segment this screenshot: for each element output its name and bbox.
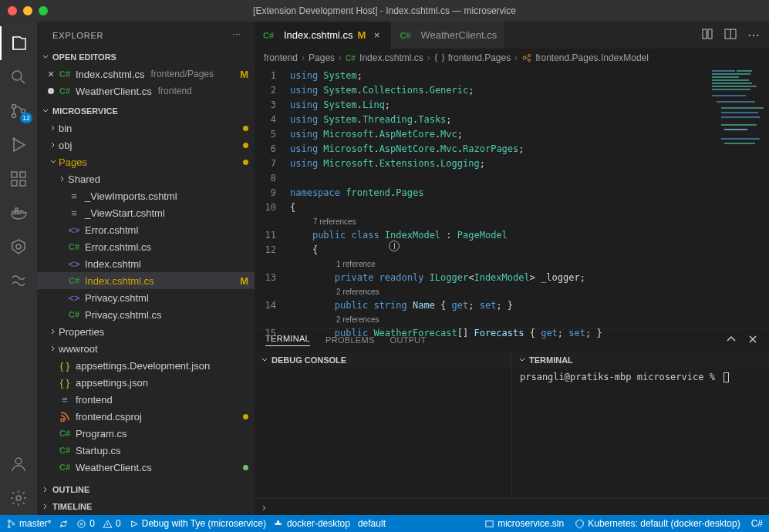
- codelens[interactable]: 2 references: [290, 313, 707, 326]
- code-line[interactable]: using System;: [290, 69, 707, 83]
- editor-tab[interactable]: C#Index.cshtml.csM×: [255, 22, 391, 49]
- modified-dot-icon: [243, 126, 248, 131]
- activity-explorer[interactable]: [0, 26, 37, 60]
- tree-file[interactable]: frontend.csproj: [37, 408, 255, 425]
- code-line[interactable]: {: [290, 243, 707, 258]
- panel-maximize-icon[interactable]: [726, 334, 737, 346]
- status-debug-target[interactable]: Debug with Tye (microservice): [129, 518, 266, 529]
- svg-point-20: [523, 56, 526, 59]
- codelens[interactable]: 1 reference: [290, 258, 707, 271]
- breadcrumb-segment[interactable]: C#Index.cshtml.cs: [346, 52, 423, 63]
- codelens[interactable]: 2 references: [290, 285, 707, 298]
- activity-account[interactable]: [0, 447, 37, 481]
- activity-kubernetes[interactable]: [0, 230, 37, 264]
- tree-file[interactable]: C#Index.cshtml.csM: [37, 272, 255, 289]
- code-line[interactable]: private readonly ILogger<IndexModel> _lo…: [290, 271, 707, 285]
- svg-point-1: [12, 105, 16, 109]
- terminal-header[interactable]: TERMINAL: [512, 352, 769, 369]
- tree-file[interactable]: C#Error.cshtml.cs: [37, 238, 255, 255]
- tree-folder[interactable]: Pages: [37, 153, 255, 170]
- status-context[interactable]: default: [358, 518, 386, 529]
- codelens[interactable]: 7 references: [290, 215, 707, 228]
- tree-file[interactable]: { }appsettings.Development.json: [37, 357, 255, 374]
- debug-console-header[interactable]: DEBUG CONSOLE: [255, 352, 511, 369]
- window-maximize[interactable]: [39, 6, 48, 15]
- chevron-right-icon: [48, 141, 59, 149]
- open-editor-item[interactable]: ×C#Index.cshtml.csfrontend/PagesM: [37, 66, 255, 82]
- tree-file[interactable]: <>Error.cshtml: [37, 221, 255, 238]
- status-docker[interactable]: docker-desktop: [274, 518, 350, 529]
- code-line[interactable]: using Microsoft.Extensions.Logging;: [290, 157, 707, 171]
- tree-file[interactable]: C#WeatherForecast.cs: [37, 476, 255, 481]
- tree-file[interactable]: ≡frontend: [37, 391, 255, 408]
- code-line[interactable]: namespace frontend.Pages: [290, 186, 707, 200]
- activity-settings[interactable]: [0, 481, 37, 515]
- code-editor[interactable]: using System;using System.Collections.Ge…: [290, 67, 707, 328]
- breadcrumb-segment[interactable]: frontend: [264, 52, 298, 63]
- close-tab-icon[interactable]: ×: [370, 29, 383, 41]
- window-close[interactable]: [8, 6, 17, 15]
- more-actions-icon[interactable]: ⋯: [747, 28, 760, 42]
- activity-debug[interactable]: [0, 128, 37, 162]
- activity-extensions[interactable]: [0, 162, 37, 196]
- chevron-down-icon: [261, 356, 268, 364]
- timeline-header[interactable]: TIMELINE: [37, 498, 255, 515]
- breadcrumb-segment[interactable]: frontend.Pages: [434, 52, 511, 63]
- tree-folder[interactable]: obj: [37, 136, 255, 153]
- status-branch[interactable]: master*: [6, 518, 51, 529]
- tree-folder[interactable]: Properties: [37, 323, 255, 340]
- code-line[interactable]: using System.Collections.Generic;: [290, 83, 707, 98]
- tree-file[interactable]: <>Privacy.cshtml: [37, 289, 255, 306]
- csproj-file-icon: [59, 410, 71, 423]
- code-line[interactable]: {: [290, 200, 707, 215]
- tree-file[interactable]: C#WeatherClient.cs: [37, 459, 255, 476]
- editor-tab[interactable]: C#WeatherClient.cs: [391, 22, 505, 49]
- activity-scm[interactable]: 12: [0, 94, 37, 128]
- open-editor-item[interactable]: C#WeatherClient.csfrontend: [37, 82, 255, 99]
- panel-breadcrumb[interactable]: ›: [255, 498, 769, 515]
- code-line[interactable]: using Microsoft.AspNetCore.Mvc;: [290, 127, 707, 142]
- tree-file[interactable]: { }appsettings.json: [37, 374, 255, 391]
- code-line[interactable]: using Microsoft.AspNetCore.Mvc.RazorPage…: [290, 142, 707, 157]
- tree-folder[interactable]: Shared: [37, 170, 255, 187]
- outline-header[interactable]: OUTLINE: [37, 481, 255, 498]
- code-line[interactable]: public class IndexModel : PageModel: [290, 228, 707, 243]
- status-solution[interactable]: microservice.sln: [484, 518, 564, 529]
- tree-file[interactable]: <>Index.cshtml: [37, 255, 255, 272]
- breadcrumb-segment[interactable]: Pages: [309, 52, 335, 63]
- open-editors-header[interactable]: OPEN EDITORS: [37, 49, 255, 66]
- window-minimize[interactable]: [23, 6, 32, 15]
- status-errors[interactable]: 0: [76, 518, 95, 529]
- minimap[interactable]: [707, 67, 769, 328]
- tree-folder[interactable]: bin: [37, 120, 255, 136]
- tree-file[interactable]: C#Privacy.cshtml.cs: [37, 306, 255, 323]
- close-editor-icon[interactable]: ×: [43, 68, 59, 80]
- split-editor-icon[interactable]: [724, 28, 737, 42]
- activity-docker[interactable]: [0, 196, 37, 230]
- tree-file[interactable]: C#Startup.cs: [37, 442, 255, 459]
- activity-search[interactable]: [0, 60, 37, 94]
- tree-item-label: Index.cshtml: [85, 258, 141, 270]
- code-line[interactable]: using System.Linq;: [290, 98, 707, 113]
- tree-file[interactable]: C#Program.cs: [37, 425, 255, 442]
- tree-file[interactable]: ≡_ViewStart.cshtml: [37, 204, 255, 221]
- panel-close-icon[interactable]: [747, 334, 758, 346]
- project-header[interactable]: MICROSERVICE: [37, 103, 255, 120]
- breadcrumb-segment[interactable]: frontend.Pages.IndexModel: [521, 52, 649, 63]
- compare-changes-icon[interactable]: [701, 28, 713, 42]
- explorer-more[interactable]: ⋯: [232, 30, 242, 40]
- code-line[interactable]: using System.Threading.Tasks;: [290, 113, 707, 127]
- status-sync[interactable]: [59, 519, 69, 529]
- activity-remote[interactable]: [0, 264, 37, 298]
- csharp-file-icon: C#: [68, 308, 80, 321]
- status-warnings[interactable]: 0: [103, 518, 121, 529]
- code-line[interactable]: public string Name { get; set; }: [290, 298, 707, 313]
- tree-file[interactable]: ≡_ViewImports.cshtml: [37, 187, 255, 204]
- breadcrumb[interactable]: frontend › Pages › C#Index.cshtml.cs › f…: [255, 49, 769, 67]
- tree-folder[interactable]: wwwroot: [37, 340, 255, 357]
- status-kubernetes[interactable]: Kubernetes: default (docker-desktop): [575, 518, 740, 529]
- code-line[interactable]: public WeatherForecast[] Forecasts { get…: [290, 326, 707, 341]
- status-language[interactable]: C#: [751, 518, 763, 529]
- terminal-content[interactable]: prsangli@pratiks-mbp microservice %: [512, 369, 769, 386]
- code-line[interactable]: [290, 171, 707, 186]
